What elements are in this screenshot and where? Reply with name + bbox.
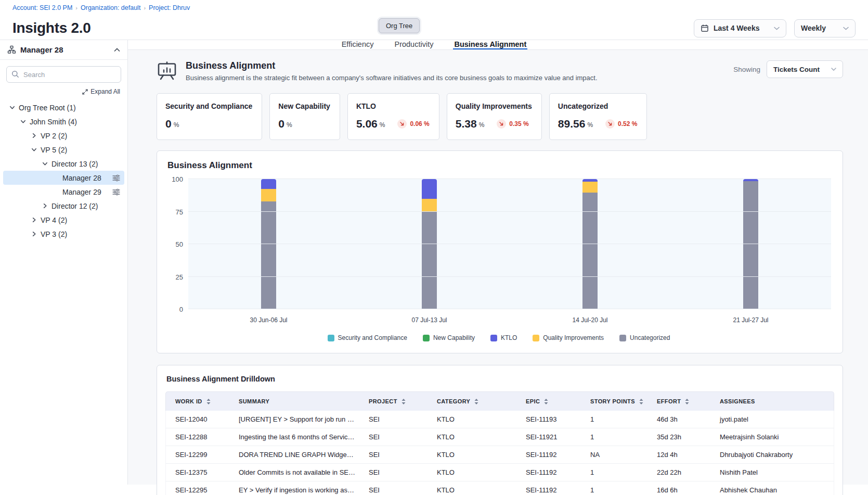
- table-cell: DORA TREND LINE GRAPH Widgets is n...: [229, 446, 359, 464]
- sort-icon[interactable]: [685, 399, 689, 404]
- chevron-right-icon[interactable]: [41, 202, 48, 210]
- kpi-card-ktlo: KTLO5.06%0.06 %: [347, 93, 439, 140]
- stacked-bar: [582, 179, 598, 309]
- table-cell: Abhishek Chauhan: [710, 481, 834, 495]
- chart-y-axis: 0255075100: [166, 179, 188, 309]
- tree-item-vp-4-2-[interactable]: VP 4 (2): [3, 213, 124, 227]
- filter-icon[interactable]: [112, 174, 120, 182]
- tab-efficiency[interactable]: Efficiency: [341, 40, 375, 49]
- tab-productivity[interactable]: Productivity: [393, 40, 434, 49]
- table-cell: SEI-11921: [516, 428, 581, 446]
- kpi-unit: %: [587, 121, 593, 129]
- bar-segment-quality-improvements[interactable]: [422, 199, 437, 212]
- sort-icon[interactable]: [639, 399, 643, 404]
- chevron-right-icon[interactable]: [30, 217, 37, 224]
- expand-all-label: Expand All: [90, 88, 120, 95]
- showing-dropdown[interactable]: Tickets Count: [767, 60, 843, 78]
- granularity-dropdown[interactable]: Weekly: [794, 19, 856, 37]
- column-label: EPIC: [526, 398, 540, 404]
- bar-segment-uncategorized[interactable]: [582, 193, 598, 309]
- column-header-epic[interactable]: EPIC: [516, 391, 581, 411]
- sort-icon[interactable]: [206, 399, 211, 404]
- kpi-unit: %: [479, 121, 485, 129]
- tree-item-org-tree-root-1-[interactable]: Org Tree Root (1): [3, 100, 124, 115]
- chevron-right-icon[interactable]: [30, 132, 37, 139]
- gridline: [188, 309, 831, 309]
- bar-segment-ktlo[interactable]: [261, 179, 276, 189]
- legend-item-uncategorized[interactable]: Uncategorized: [619, 334, 670, 341]
- bar-column[interactable]: [188, 179, 349, 309]
- tree-item-manager-29[interactable]: Manager 29: [3, 185, 124, 199]
- table-row[interactable]: SEI-12295EY > Verify if ingestion is wor…: [165, 481, 834, 495]
- stacked-bar: [743, 179, 758, 309]
- chevron-down-icon[interactable]: [19, 118, 27, 125]
- breadcrumb-link[interactable]: Organization: default: [81, 4, 140, 11]
- table-cell: 46d 3h: [647, 411, 710, 428]
- kpi-title: Security and Compliance: [165, 102, 252, 110]
- column-header-effort[interactable]: EFFORT: [647, 391, 710, 411]
- bar-column[interactable]: [349, 179, 510, 309]
- table-cell: Ingesting the last 6 months of ServiceN.…: [229, 428, 359, 446]
- tree-item-label: VP 3 (2): [41, 230, 67, 238]
- filter-icon[interactable]: [112, 188, 120, 196]
- tree-item-director-13-2-[interactable]: Director 13 (2): [3, 157, 124, 171]
- tree-item-vp-2-2-[interactable]: VP 2 (2): [3, 129, 124, 143]
- trend-down-icon: [397, 119, 407, 129]
- breadcrumb-link[interactable]: Account: SEI 2.0 PM: [12, 4, 72, 11]
- table-row[interactable]: SEI-12299DORA TREND LINE GRAPH Widgets i…: [165, 446, 834, 464]
- search-input[interactable]: [6, 66, 121, 83]
- collapse-sidebar-icon[interactable]: [114, 48, 120, 52]
- column-header-project[interactable]: PROJECT: [359, 391, 427, 411]
- table-row[interactable]: SEI-12288Ingesting the last 6 months of …: [165, 428, 834, 446]
- sort-icon[interactable]: [474, 399, 478, 404]
- tree-item-vp-5-2-[interactable]: VP 5 (2): [3, 143, 124, 157]
- chevron-down-icon: [774, 27, 780, 30]
- column-header-story-points[interactable]: STORY POINTS: [581, 391, 647, 411]
- chevron-down-icon[interactable]: [30, 146, 37, 154]
- bar-segment-uncategorized[interactable]: [261, 201, 276, 310]
- bar-segment-uncategorized[interactable]: [743, 181, 758, 309]
- sort-icon[interactable]: [544, 399, 548, 404]
- presentation-chart-icon: [157, 61, 177, 81]
- table-cell: SEI: [359, 446, 427, 464]
- legend-item-new-capability[interactable]: New Capability: [423, 334, 475, 341]
- tab-business-alignment[interactable]: Business Alignment: [453, 40, 527, 49]
- tree-item-vp-3-2-[interactable]: VP 3 (2): [3, 227, 124, 241]
- bar-segment-quality-improvements[interactable]: [582, 182, 598, 193]
- bar-column[interactable]: [670, 179, 831, 309]
- date-range-dropdown[interactable]: Last 4 Weeks: [694, 19, 786, 37]
- column-label: SUMMARY: [239, 398, 269, 404]
- x-tick-label: 14 Jul-20 Jul: [510, 316, 670, 324]
- expand-all-button[interactable]: Expand All: [0, 85, 127, 97]
- sort-icon[interactable]: [401, 399, 406, 404]
- tree-item-label: Director 13 (2): [51, 160, 98, 168]
- drilldown-card: Business Alignment Drilldown WORK IDSUMM…: [157, 365, 843, 495]
- chevron-right-icon[interactable]: [30, 231, 37, 238]
- granularity-value: Weekly: [801, 24, 826, 32]
- showing-label: Showing: [733, 66, 760, 73]
- table-row[interactable]: SEI-12375Older Commits is not available …: [165, 464, 834, 481]
- column-header-work-id[interactable]: WORK ID: [165, 391, 229, 411]
- gridline: [188, 211, 831, 212]
- legend-item-security-and-compliance[interactable]: Security and Compliance: [328, 334, 407, 341]
- kpi-value: 5.06: [356, 118, 378, 130]
- column-header-category[interactable]: CATEGORY: [427, 391, 516, 411]
- chart-title: Business Alignment: [166, 160, 831, 171]
- table-row[interactable]: SEI-12040[URGENT] EY > Support for job r…: [165, 411, 834, 428]
- calendar-icon: [701, 24, 709, 32]
- bar-segment-quality-improvements[interactable]: [261, 189, 276, 201]
- bar-column[interactable]: [510, 179, 670, 309]
- tree-item-john-smith-4-[interactable]: John Smith (4): [3, 115, 124, 129]
- chevron-down-icon[interactable]: [41, 160, 48, 168]
- kpi-trend: 0.06 %: [397, 119, 429, 129]
- tree-item-manager-28[interactable]: Manager 28: [3, 171, 124, 185]
- org-tree-button[interactable]: Org Tree: [379, 18, 420, 33]
- tree-item-director-12-2-[interactable]: Director 12 (2): [3, 199, 124, 213]
- legend-item-ktlo[interactable]: KTLO: [490, 334, 517, 341]
- bar-segment-uncategorized[interactable]: [422, 212, 437, 310]
- chevron-down-icon[interactable]: [8, 104, 16, 111]
- bar-segment-ktlo[interactable]: [422, 179, 437, 199]
- legend-item-quality-improvements[interactable]: Quality Improvements: [533, 334, 604, 341]
- sidebar-title: Manager 28: [20, 45, 63, 54]
- breadcrumb-link[interactable]: Project: Dhruv: [149, 4, 190, 11]
